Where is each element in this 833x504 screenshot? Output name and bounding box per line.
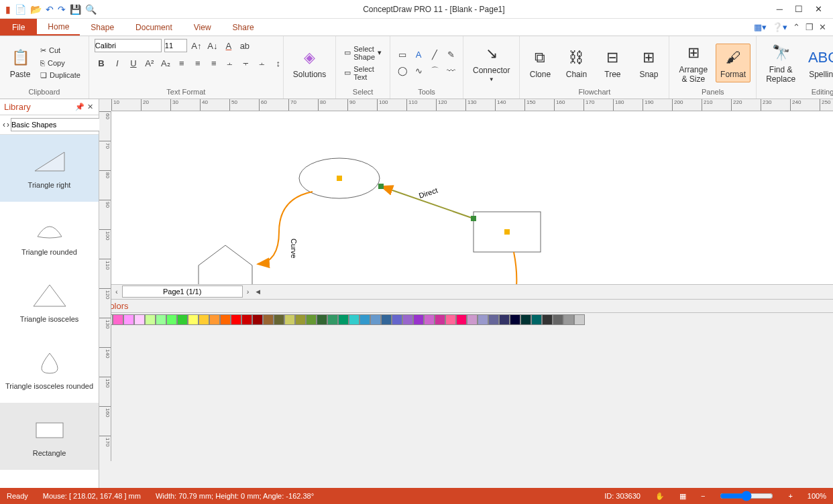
next-set-icon[interactable]: › (7, 120, 9, 129)
color-swatch[interactable] (349, 314, 359, 325)
color-swatch[interactable] (381, 314, 392, 325)
subscript-icon[interactable]: A₂ (159, 56, 172, 70)
color-swatch[interactable] (563, 314, 574, 325)
color-swatch[interactable] (231, 314, 241, 325)
tab-view[interactable]: View (183, 19, 222, 36)
find-replace-button[interactable]: 🔭Find & Replace (762, 40, 799, 86)
align-left-icon[interactable]: ≡ (175, 56, 188, 70)
redo-icon[interactable]: ↷ (58, 4, 66, 15)
color-swatch[interactable] (413, 314, 424, 325)
prev-set-icon[interactable]: ‹ (3, 120, 5, 129)
text-tool-icon[interactable]: A (412, 48, 425, 62)
ellipse-tool-icon[interactable]: ◯ (396, 64, 409, 78)
tab-home[interactable]: Home (37, 19, 80, 36)
close-panel-icon[interactable]: ✕ (86, 103, 95, 111)
color-swatch[interactable] (510, 314, 520, 325)
solutions-button[interactable]: ◈ Solutions (289, 44, 330, 82)
minimize-ribbon-icon[interactable]: ⌃ (793, 22, 800, 32)
color-swatch[interactable] (199, 314, 209, 325)
color-swatch[interactable] (424, 314, 435, 325)
color-swatch[interactable] (499, 314, 510, 325)
color-swatch[interactable] (123, 314, 134, 325)
cut-button[interactable]: ✂Cut (38, 45, 83, 56)
curve-tool-icon[interactable]: ∿ (412, 64, 425, 78)
duplicate-button[interactable]: ❏Duplicate (38, 70, 83, 81)
shape-set-select[interactable] (11, 118, 105, 131)
color-swatch[interactable] (467, 314, 478, 325)
page-indicator[interactable] (122, 286, 243, 298)
restore-child-icon[interactable]: ❐ (806, 22, 814, 32)
underline-icon[interactable]: U (127, 56, 140, 70)
color-swatch[interactable] (478, 314, 488, 325)
maximize-icon[interactable]: ☐ (795, 4, 803, 14)
select-text-button[interactable]: ▭Select Text (341, 64, 384, 82)
save-icon[interactable]: 💾 (70, 4, 81, 15)
open-icon[interactable]: 📂 (30, 4, 42, 15)
color-swatch[interactable] (435, 314, 445, 325)
color-swatch[interactable] (531, 314, 542, 325)
snap-mode-icon[interactable]: ▦ (679, 492, 686, 501)
shrink-font-icon[interactable]: A↓ (206, 39, 219, 52)
panels-icon[interactable]: ▦▾ (754, 22, 767, 32)
ruler-vertical[interactable]: 60708090100110120130140150160170 (99, 111, 111, 461)
file-tab[interactable]: File (0, 19, 37, 36)
align-bottom-icon[interactable]: ⫠ (256, 56, 269, 70)
snap-button[interactable]: ⊞Snap (634, 44, 663, 82)
font-color-icon[interactable]: A (222, 39, 235, 52)
zoom-in-icon[interactable]: + (788, 492, 792, 500)
color-swatch[interactable] (488, 314, 499, 325)
color-swatch[interactable] (274, 314, 284, 325)
lib-item-triangle-iso-rounded[interactable]: Triangle isosceles rounded (0, 336, 99, 403)
color-swatch[interactable] (220, 314, 231, 325)
color-swatch[interactable] (284, 314, 295, 325)
zoom-slider[interactable] (720, 491, 773, 501)
undo-icon[interactable]: ↶ (46, 4, 54, 15)
rect-tool-icon[interactable]: ▭ (396, 48, 409, 62)
format-panel-button[interactable]: 🖌Format (716, 44, 751, 82)
close-child-icon[interactable]: ✕ (819, 22, 826, 32)
grow-font-icon[interactable]: A↑ (190, 39, 203, 52)
color-swatch[interactable] (370, 314, 381, 325)
align-top-icon[interactable]: ⫠ (223, 56, 237, 70)
next-page-icon[interactable]: › (245, 288, 251, 296)
color-swatch[interactable] (156, 314, 166, 325)
lib-item-triangle-isosceles[interactable]: Triangle isosceles (0, 269, 99, 336)
lib-item-triangle-right[interactable]: Triangle right (0, 135, 99, 202)
color-swatch[interactable] (113, 314, 123, 325)
freehand-tool-icon[interactable]: 〰 (444, 64, 457, 78)
select-shape-button[interactable]: ▭Select Shape▾ (341, 44, 384, 62)
bold-icon[interactable]: B (95, 56, 108, 70)
italic-icon[interactable]: I (111, 56, 124, 70)
align-right-icon[interactable]: ≡ (207, 56, 221, 70)
line-spacing-icon[interactable]: ↕ (272, 56, 285, 70)
clone-button[interactable]: ⧉Clone (525, 44, 555, 82)
connector-button[interactable]: ↘ Connector▼ (469, 40, 514, 85)
color-swatch[interactable] (317, 314, 327, 325)
arc-tool-icon[interactable]: ⌒ (428, 64, 441, 78)
line-tool-icon[interactable]: ╱ (428, 48, 441, 62)
color-swatch[interactable] (520, 314, 531, 325)
scroll-left-icon[interactable]: ◄ (253, 288, 263, 296)
align-middle-icon[interactable]: ⫟ (239, 56, 253, 70)
app-icon[interactable]: ▮ (5, 4, 11, 15)
zoom-out-icon[interactable]: − (701, 492, 705, 500)
paste-button[interactable]: 📋 Paste (5, 44, 35, 82)
color-swatch[interactable] (209, 314, 220, 325)
color-swatch[interactable] (445, 314, 456, 325)
spelling-button[interactable]: ABCSpelling (805, 44, 833, 82)
color-swatch[interactable] (338, 314, 349, 325)
pen-tool-icon[interactable]: ✎ (444, 48, 457, 62)
highlight-icon[interactable]: ab (238, 39, 252, 52)
color-swatch[interactable] (241, 314, 252, 325)
arrange-size-button[interactable]: ⊞Arrange & Size (675, 40, 712, 86)
pin-icon[interactable]: 📌 (74, 103, 86, 111)
font-size-select[interactable] (164, 39, 187, 52)
color-swatch[interactable] (306, 314, 317, 325)
help-icon[interactable]: ❔▾ (772, 22, 787, 32)
color-swatch[interactable] (188, 314, 199, 325)
color-swatch[interactable] (402, 314, 413, 325)
minimize-icon[interactable]: ─ (777, 4, 783, 14)
ruler-horizontal[interactable]: 1020304050607080901001101201301401501601… (111, 99, 833, 111)
color-swatch[interactable] (166, 314, 177, 325)
lib-item-triangle-rounded[interactable]: Triangle rounded (0, 202, 99, 269)
